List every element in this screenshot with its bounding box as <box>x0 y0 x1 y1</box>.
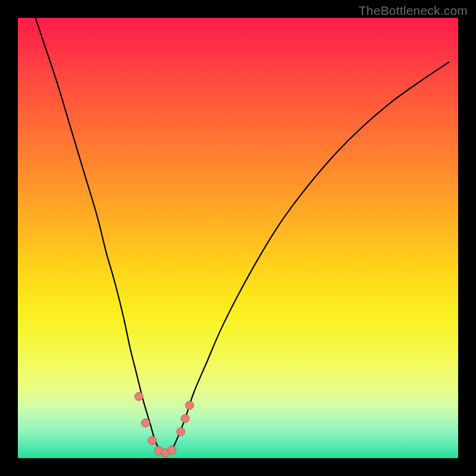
chart-frame: TheBottleneck.com <box>0 0 476 476</box>
bottleneck-curve <box>36 18 450 453</box>
data-marker <box>181 414 189 422</box>
data-marker <box>186 401 194 409</box>
chart-svg <box>18 18 458 458</box>
watermark-text: TheBottleneck.com <box>359 4 468 18</box>
plot-area <box>18 18 458 458</box>
data-marker <box>148 436 156 444</box>
data-marker <box>177 428 185 436</box>
data-marker <box>135 392 143 400</box>
data-marker <box>168 446 176 455</box>
data-marker <box>142 419 150 427</box>
